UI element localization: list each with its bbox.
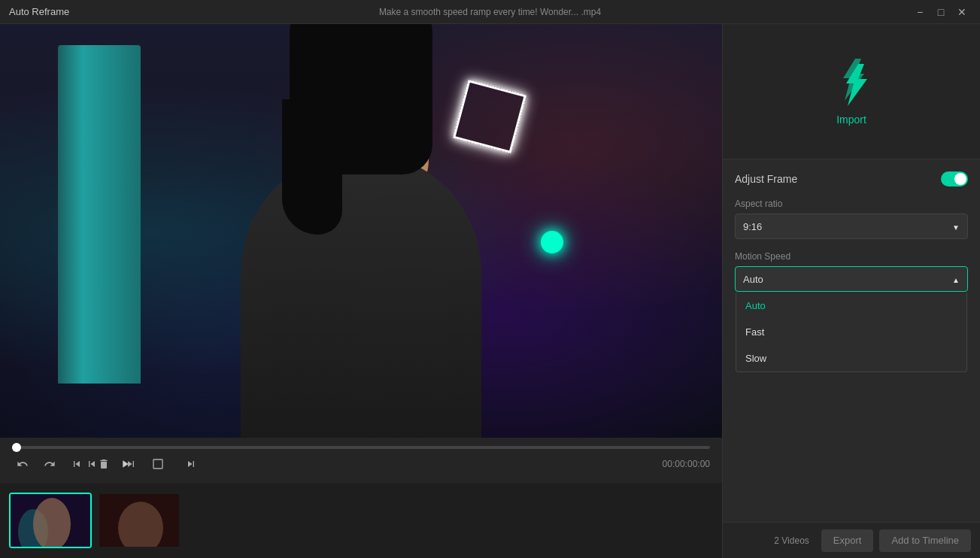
svg-rect-7 xyxy=(99,494,181,548)
redo-icon xyxy=(44,458,56,470)
fit-icon xyxy=(152,458,164,470)
person-body xyxy=(241,152,481,438)
motion-speed-label: Motion Speed xyxy=(735,251,968,262)
import-area: Import xyxy=(723,24,980,159)
undo-icon xyxy=(17,458,29,470)
svg-rect-4 xyxy=(11,494,92,548)
app-title: Auto Reframe xyxy=(9,6,69,17)
room-door xyxy=(58,45,141,384)
redo-button[interactable] xyxy=(39,453,60,475)
import-icon-group xyxy=(830,57,873,108)
play-button[interactable] xyxy=(114,453,135,475)
aspect-ratio-group: Aspect ratio 9:16 xyxy=(735,199,968,239)
thumb-preview-2 xyxy=(99,494,179,547)
file-name: Make a smooth speed ramp every time! Won… xyxy=(379,7,601,17)
progress-bar[interactable] xyxy=(12,446,710,449)
motion-speed-chevron-icon xyxy=(952,274,960,285)
svg-marker-9 xyxy=(846,64,867,106)
dropdown-item-auto[interactable]: Auto xyxy=(736,293,966,319)
person-hair xyxy=(290,24,432,174)
progress-thumb[interactable] xyxy=(12,443,21,452)
video-frame xyxy=(0,24,722,438)
time-display: 00:00:00:00 xyxy=(663,459,710,469)
frame-back-icon xyxy=(86,458,98,470)
frame-back-button[interactable] xyxy=(81,453,102,475)
aspect-ratio-select[interactable]: 9:16 xyxy=(735,214,968,239)
motion-speed-dropdown: Auto Fast Slow xyxy=(736,293,967,372)
video-player[interactable] xyxy=(0,24,722,438)
fit-button[interactable] xyxy=(147,453,168,475)
aspect-ratio-value: 9:16 xyxy=(743,221,762,232)
playback-controls-center xyxy=(81,453,202,475)
video-count: 2 Videos xyxy=(774,535,809,546)
playback-bar: 00:00:00:00 xyxy=(0,438,722,483)
import-label[interactable]: Import xyxy=(836,114,866,126)
controls-row: 00:00:00:00 xyxy=(12,453,710,475)
right-panel: Import Adjust Frame Aspect ratio 9:16 Mo… xyxy=(722,24,980,558)
frame-forward-button[interactable] xyxy=(181,453,202,475)
frame-forward-icon xyxy=(185,458,197,470)
undo-button[interactable] xyxy=(12,453,33,475)
timeline-thumb-1[interactable] xyxy=(9,493,92,548)
shelf-light xyxy=(541,231,563,253)
timeline-area xyxy=(0,483,722,558)
window-controls: − □ ✕ xyxy=(911,3,971,21)
thumb-preview-1 xyxy=(11,494,90,547)
add-to-timeline-button[interactable]: Add to Timeline xyxy=(879,529,971,552)
video-area: 00:00:00:00 xyxy=(0,24,722,558)
section-title: Adjust Frame xyxy=(735,173,797,185)
motion-speed-value: Auto xyxy=(743,274,763,285)
bottom-bar: 2 Videos Export Add to Timeline xyxy=(723,522,980,558)
motion-speed-group: Motion Speed Auto Auto Fast Slow xyxy=(735,251,968,292)
main-layout: 00:00:00:00 xyxy=(0,24,980,558)
adjust-frame-toggle[interactable] xyxy=(941,171,968,187)
aspect-ratio-chevron-icon xyxy=(952,221,960,232)
thumb-svg-1 xyxy=(11,494,92,548)
maximize-button[interactable]: □ xyxy=(932,3,950,21)
play-icon xyxy=(119,458,131,470)
adjust-section: Adjust Frame Aspect ratio 9:16 Motion Sp… xyxy=(723,159,980,522)
titlebar: Auto Reframe Make a smooth speed ramp ev… xyxy=(0,0,980,24)
dropdown-item-fast[interactable]: Fast xyxy=(736,319,966,345)
export-button[interactable]: Export xyxy=(821,529,874,552)
close-button[interactable]: ✕ xyxy=(953,3,971,21)
import-icon-front xyxy=(836,62,873,108)
timeline-thumb-2[interactable] xyxy=(98,493,181,548)
minimize-button[interactable]: − xyxy=(911,3,929,21)
aspect-ratio-label: Aspect ratio xyxy=(735,199,968,209)
svg-rect-0 xyxy=(153,459,162,469)
section-header: Adjust Frame xyxy=(735,171,968,187)
thumb-svg-2 xyxy=(99,494,181,548)
dropdown-item-slow[interactable]: Slow xyxy=(736,345,966,371)
motion-speed-select[interactable]: Auto Auto Fast Slow xyxy=(735,266,968,292)
